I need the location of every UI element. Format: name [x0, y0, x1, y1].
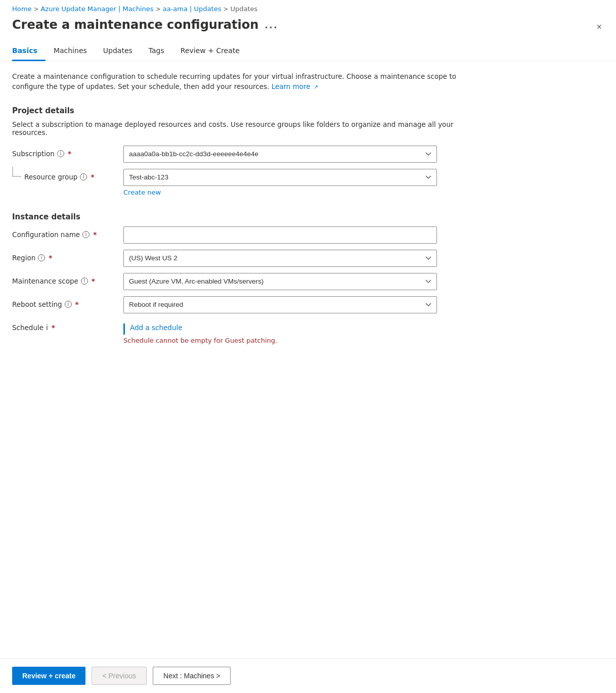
resource-group-select[interactable]: Test-abc-123 — [123, 169, 437, 186]
maintenance-scope-required: * — [92, 277, 95, 285]
subscription-row: Subscription i * aaaa0a0a-bb1b-cc2c-dd3d… — [12, 146, 604, 163]
subscription-required: * — [68, 150, 71, 158]
resource-group-info-icon[interactable]: i — [80, 173, 87, 180]
schedule-error-message: Schedule cannot be empty for Guest patch… — [123, 337, 604, 344]
reboot-setting-select[interactable]: Reboot if required Always reboot Never r… — [123, 296, 437, 313]
page-header: Create a maintenance configuration ... × — [0, 16, 616, 42]
breadcrumb-azure-update-manager[interactable]: Azure Update Manager | Machines — [40, 5, 153, 13]
subscription-select[interactable]: aaaa0a0a-bb1b-cc2c-dd3d-eeeeee4e4e4e — [123, 146, 437, 163]
schedule-bar — [123, 324, 125, 335]
reboot-setting-row: Reboot setting i * Reboot if required Al… — [12, 296, 604, 313]
instance-details-heading: Instance details — [12, 212, 604, 221]
previous-button[interactable]: < Previous — [92, 667, 147, 685]
tab-tags[interactable]: Tags — [141, 42, 172, 61]
resource-group-control: Test-abc-123 Create new — [123, 169, 437, 196]
schedule-required: * — [52, 324, 55, 332]
configuration-name-info-icon[interactable]: i — [82, 231, 90, 238]
configuration-name-required: * — [93, 230, 97, 239]
tabs-container: Basics Machines Updates Tags Review + Cr… — [0, 42, 616, 61]
schedule-label: Schedule i * — [12, 319, 123, 332]
learn-more-link[interactable]: Learn more ↗ — [272, 82, 319, 90]
breadcrumb-sep-3: > — [223, 6, 228, 13]
subscription-label: Subscription i * — [12, 146, 123, 158]
footer: Review + create < Previous Next : Machin… — [0, 658, 616, 693]
page-title-group: Create a maintenance configuration ... — [12, 18, 278, 32]
breadcrumb-sep-2: > — [156, 6, 161, 13]
subscription-control: aaaa0a0a-bb1b-cc2c-dd3d-eeeeee4e4e4e — [123, 146, 437, 163]
region-info-icon[interactable]: i — [38, 254, 45, 261]
page-title: Create a maintenance configuration — [12, 18, 258, 32]
resource-group-indent — [12, 167, 21, 177]
reboot-setting-label: Reboot setting i * — [12, 296, 123, 308]
maintenance-scope-select[interactable]: Guest (Azure VM, Arc-enabled VMs/servers… — [123, 273, 437, 290]
page-description: Create a maintenance configuration to sc… — [12, 71, 467, 92]
reboot-setting-required: * — [75, 300, 79, 308]
more-options-button[interactable]: ... — [265, 20, 278, 30]
configuration-name-label: Configuration name i * — [12, 226, 123, 239]
maintenance-scope-info-icon[interactable]: i — [81, 278, 88, 285]
resource-group-label-area: Resource group i * — [12, 169, 123, 181]
maintenance-scope-control: Guest (Azure VM, Arc-enabled VMs/servers… — [123, 273, 437, 290]
tab-updates[interactable]: Updates — [95, 42, 141, 61]
tab-basics[interactable]: Basics — [12, 42, 46, 61]
breadcrumb-current: Updates — [230, 5, 257, 13]
close-button[interactable]: × — [594, 20, 604, 34]
tab-review-create[interactable]: Review + Create — [172, 42, 248, 61]
region-label: Region i * — [12, 250, 123, 262]
configuration-name-input[interactable] — [123, 226, 437, 244]
create-new-resource-group-link[interactable]: Create new — [123, 189, 161, 196]
review-create-button[interactable]: Review + create — [12, 667, 85, 685]
region-row: Region i * (US) West US 2 — [12, 250, 604, 267]
resource-group-required: * — [91, 173, 94, 181]
project-details-description: Select a subscription to manage deployed… — [12, 120, 477, 136]
add-schedule-link[interactable]: Add a schedule — [130, 319, 183, 332]
project-details-heading: Project details — [12, 106, 604, 115]
breadcrumb: Home > Azure Update Manager | Machines >… — [0, 0, 616, 16]
configuration-name-row: Configuration name i * — [12, 226, 604, 244]
tab-machines[interactable]: Machines — [46, 42, 95, 61]
region-control: (US) West US 2 — [123, 250, 437, 267]
schedule-row: Schedule i * Add a schedule — [12, 319, 604, 335]
breadcrumb-sep-1: > — [33, 6, 38, 13]
maintenance-scope-label: Maintenance scope i * — [12, 273, 123, 285]
main-content: Create a maintenance configuration to sc… — [0, 61, 616, 411]
resource-group-label: Resource group i * — [24, 173, 94, 181]
schedule-info-icon[interactable]: i — [46, 324, 48, 332]
external-link-icon: ↗ — [314, 84, 318, 90]
instance-details-section: Instance details Configuration name i * … — [12, 212, 604, 344]
subscription-info-icon[interactable]: i — [57, 150, 64, 157]
breadcrumb-home[interactable]: Home — [12, 5, 31, 13]
region-select[interactable]: (US) West US 2 — [123, 250, 437, 267]
reboot-setting-control: Reboot if required Always reboot Never r… — [123, 296, 437, 313]
region-required: * — [49, 254, 52, 262]
breadcrumb-aa-ama[interactable]: aa-ama | Updates — [163, 5, 222, 13]
reboot-setting-info-icon[interactable]: i — [65, 301, 72, 308]
project-details-section: Project details Select a subscription to… — [12, 106, 604, 196]
maintenance-scope-row: Maintenance scope i * Guest (Azure VM, A… — [12, 273, 604, 290]
next-button[interactable]: Next : Machines > — [153, 667, 231, 685]
schedule-content: Add a schedule — [123, 319, 437, 335]
configuration-name-control — [123, 226, 437, 244]
